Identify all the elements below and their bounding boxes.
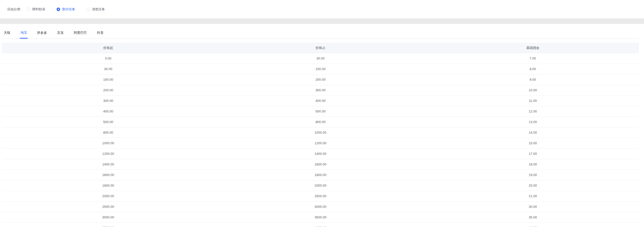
cell-base-commission: 35.00	[427, 212, 639, 222]
column-header-price-to: 价格止	[214, 43, 427, 53]
table-row: 0.00 30.00 7.00	[2, 53, 639, 64]
main-content: 天猫 淘宝 拼多多 京东 阿里巴巴 抖音 价格起 价格止 基础佣金 0.00 3…	[0, 24, 644, 227]
column-header-base-commission: 基础佣金	[427, 43, 639, 53]
cell-price-from: 2500.00	[2, 202, 214, 212]
radio-circle-icon[interactable]	[57, 8, 60, 11]
cell-price-from: 1200.00	[2, 149, 214, 159]
table-row: 1800.00 2000.00 20.00	[2, 180, 639, 191]
table-row: 100.00 200.00 9.00	[2, 74, 639, 85]
cell-base-commission: 11.00	[427, 96, 639, 106]
cell-price-to: 300.00	[214, 85, 427, 95]
table-row: 30.00 100.00 8.00	[2, 64, 639, 74]
cell-price-to: 400.00	[214, 96, 427, 106]
cell-price-to: 200.00	[214, 74, 427, 85]
cell-base-commission: 14.00	[427, 127, 639, 138]
cell-price-to: 100.00	[214, 64, 427, 74]
cell-price-to: 1600.00	[214, 159, 427, 169]
cell-price-to: 1000.00	[214, 127, 427, 138]
cell-base-commission: 7.00	[427, 53, 639, 64]
cell-price-from: 1800.00	[2, 180, 214, 191]
cell-price-from: 1000.00	[2, 138, 214, 148]
radio-label[interactable]: 限时秒杀	[32, 7, 45, 12]
cell-price-to: 500.00	[214, 106, 427, 117]
cell-base-commission: 15.00	[427, 138, 639, 148]
cell-base-commission: 20.00	[427, 180, 639, 191]
commission-table: 价格起 价格止 基础佣金 0.00 30.00 7.00 30.00 100.0…	[2, 43, 639, 227]
cell-base-commission: 13.00	[427, 117, 639, 127]
radio-label[interactable]: 垫付任务	[62, 7, 75, 12]
table-row: 3500.00 4000.00 40.00	[2, 223, 639, 227]
radio-circle-icon[interactable]	[27, 8, 30, 11]
table-row: 1200.00 1400.00 17.00	[2, 149, 639, 159]
cell-base-commission: 12.00	[427, 106, 639, 117]
table-row: 500.00 800.00 13.00	[2, 117, 639, 127]
activity-category-radio[interactable]: 浏览任务	[86, 7, 105, 12]
cell-price-from: 200.00	[2, 85, 214, 95]
cell-price-to: 30.00	[214, 53, 427, 64]
cell-price-from: 800.00	[2, 127, 214, 138]
cell-price-to: 1400.00	[214, 149, 427, 159]
cell-base-commission: 9.00	[427, 74, 639, 85]
cell-price-from: 3000.00	[2, 212, 214, 222]
cell-price-from: 100.00	[2, 74, 214, 85]
table-row: 400.00 500.00 12.00	[2, 106, 639, 117]
cell-base-commission: 10.00	[427, 85, 639, 95]
cell-price-from: 1600.00	[2, 170, 214, 180]
cell-base-commission: 19.00	[427, 170, 639, 180]
cell-price-to: 2500.00	[214, 191, 427, 201]
table-row: 800.00 1000.00 14.00	[2, 127, 639, 138]
column-header-price-from: 价格起	[2, 43, 214, 53]
activity-category-radio[interactable]: 垫付任务	[57, 7, 75, 12]
table-row: 2500.00 3000.00 30.00	[2, 202, 639, 212]
platform-tab-4[interactable]: 京东	[55, 31, 65, 38]
cell-price-from: 400.00	[2, 106, 214, 117]
cell-price-from: 30.00	[2, 64, 214, 74]
table-row: 2000.00 2500.00 21.00	[2, 191, 639, 202]
cell-base-commission: 21.00	[427, 191, 639, 201]
cell-price-to: 3500.00	[214, 212, 427, 222]
table-row: 1000.00 1200.00 15.00	[2, 138, 639, 149]
table-header-row: 价格起 价格止 基础佣金	[2, 43, 639, 53]
cell-base-commission: 8.00	[427, 64, 639, 74]
table-row: 200.00 300.00 10.00	[2, 85, 639, 96]
cell-base-commission: 18.00	[427, 159, 639, 169]
table-row: 300.00 400.00 11.00	[2, 96, 639, 106]
cell-price-from: 3500.00	[2, 223, 214, 227]
activity-category-radio-group: 限时秒杀 垫付任务 浏览任务	[27, 7, 116, 12]
table-row: 1600.00 1800.00 19.00	[2, 170, 639, 180]
platform-tab-6[interactable]: 抖音	[95, 31, 105, 38]
cell-price-to: 800.00	[214, 117, 427, 127]
cell-price-to: 2000.00	[214, 180, 427, 191]
platform-tab-1[interactable]: 天猫	[2, 31, 12, 38]
cell-base-commission: 30.00	[427, 202, 639, 212]
cell-price-to: 3000.00	[214, 202, 427, 212]
cell-price-from: 300.00	[2, 96, 214, 106]
table-body: 0.00 30.00 7.00 30.00 100.00 8.00 100.00…	[2, 53, 639, 227]
cell-price-from: 2000.00	[2, 191, 214, 201]
platform-tab-3[interactable]: 拼多多	[35, 31, 49, 38]
activity-category-label: 活动分类:	[7, 7, 21, 12]
activity-filter-bar: 活动分类: 限时秒杀 垫付任务 浏览任务	[0, 0, 644, 18]
radio-label[interactable]: 浏览任务	[92, 7, 105, 12]
table-row: 1400.00 1600.00 18.00	[2, 159, 639, 170]
radio-circle-icon[interactable]	[86, 8, 90, 11]
cell-price-from: 500.00	[2, 117, 214, 127]
platform-tab-5[interactable]: 阿里巴巴	[72, 31, 89, 38]
cell-price-from: 1400.00	[2, 159, 214, 169]
cell-price-to: 1800.00	[214, 170, 427, 180]
table-row: 3000.00 3500.00 35.00	[2, 212, 639, 223]
platform-tab-2[interactable]: 淘宝	[19, 31, 29, 38]
cell-price-from: 0.00	[2, 53, 214, 64]
platform-tabs: 天猫 淘宝 拼多多 京东 阿里巴巴 抖音	[2, 24, 639, 39]
cell-price-to: 4000.00	[214, 223, 427, 227]
cell-base-commission: 17.00	[427, 149, 639, 159]
cell-base-commission: 40.00	[427, 223, 639, 227]
cell-price-to: 1200.00	[214, 138, 427, 148]
section-divider	[0, 18, 644, 24]
activity-category-radio[interactable]: 限时秒杀	[27, 7, 45, 12]
